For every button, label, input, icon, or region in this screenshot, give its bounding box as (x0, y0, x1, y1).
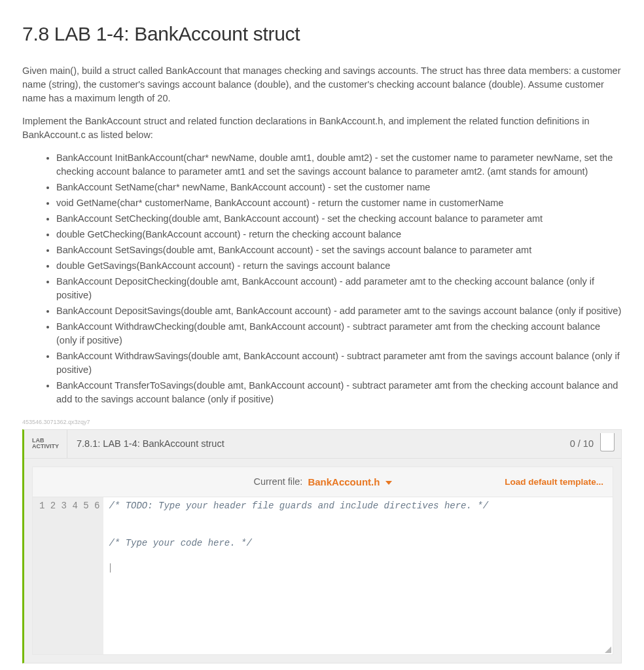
lab-score: 0 / 10 (570, 437, 600, 451)
current-file-dropdown[interactable]: BankAccount.h (308, 475, 391, 489)
line-number-gutter: 1 2 3 4 5 6 (33, 497, 103, 654)
function-list-item: BankAccount DepositSavings(double amt, B… (56, 304, 622, 318)
intro-paragraph-2: Implement the BankAccount struct and rel… (22, 115, 622, 142)
score-badge-icon (600, 433, 615, 451)
function-list-item: BankAccount DepositChecking(double amt, … (56, 275, 622, 302)
code-area[interactable]: 1 2 3 4 5 6 /* TODO: Type your header fi… (33, 497, 613, 654)
intro-paragraph-1: Given main(), build a struct called Bank… (22, 64, 622, 105)
function-list-item: BankAccount SetName(char* newName, BankA… (56, 181, 622, 194)
lab-title: 7.8.1: LAB 1-4: BankAccount struct (67, 437, 570, 451)
lab-label-line2: ACTIVITY (32, 444, 59, 450)
lab-header: LAB ACTIVITY 7.8.1: LAB 1-4: BankAccount… (24, 430, 621, 459)
current-file-label: Current file: (253, 475, 302, 489)
function-list-item: BankAccount WithdrawSavings(double amt, … (56, 349, 622, 377)
function-list-item: BankAccount InitBankAccount(char* newNam… (56, 151, 622, 179)
editor-toolbar: Current file: BankAccount.h Load default… (33, 467, 613, 497)
lab-activity-label: LAB ACTIVITY (24, 430, 67, 458)
chevron-down-icon (385, 481, 392, 485)
code-lines[interactable]: /* TODO: Type your header file guards an… (103, 497, 613, 654)
function-list-item: double GetChecking(BankAccount account) … (56, 228, 622, 241)
activity-hash: 453546.3071362.qx3zqy7 (22, 418, 622, 427)
function-list-item: BankAccount SetSavings(double amt, BankA… (56, 243, 622, 257)
page-title: 7.8 LAB 1-4: BankAccount struct (22, 20, 622, 48)
function-list-item: BankAccount WithdrawChecking(double amt,… (56, 320, 622, 347)
resize-handle-icon[interactable] (605, 646, 611, 653)
function-list-item: BankAccount SetChecking(double amt, Bank… (56, 212, 622, 226)
function-list: BankAccount InitBankAccount(char* newNam… (22, 151, 622, 406)
current-file-name-text: BankAccount.h (308, 476, 380, 487)
function-list-item: BankAccount TransferToSavings(double amt… (56, 379, 622, 406)
load-default-template-link[interactable]: Load default template... (505, 476, 603, 489)
function-list-item: double GetSavings(BankAccount account) -… (56, 259, 622, 273)
lab-activity-box: LAB ACTIVITY 7.8.1: LAB 1-4: BankAccount… (22, 429, 622, 663)
code-editor: Current file: BankAccount.h Load default… (32, 467, 613, 655)
function-list-item: void GetName(char* customerName, BankAcc… (56, 196, 622, 210)
